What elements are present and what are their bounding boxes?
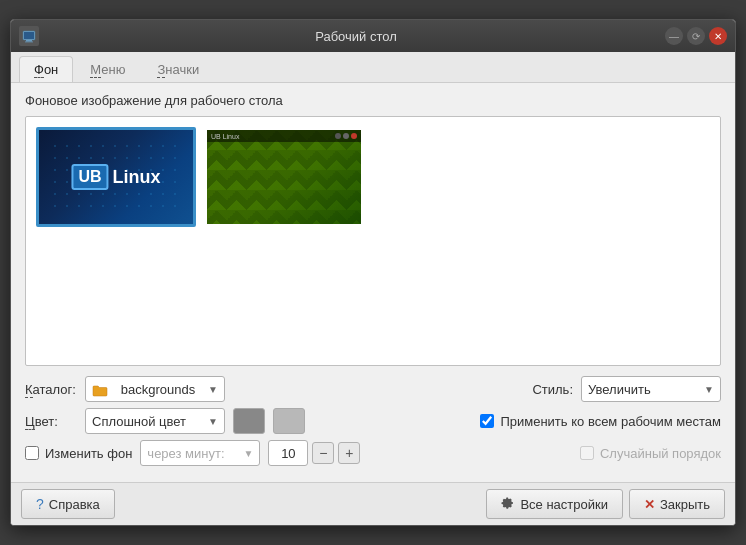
catalog-select[interactable]: backgrounds ▼ — [85, 376, 225, 402]
thumb2-topbar-text: UB Linux — [211, 133, 239, 140]
close-window-button[interactable]: ✕ — [709, 27, 727, 45]
all-settings-label: Все настройки — [520, 497, 608, 512]
color-row: Цвет: Сплошной цвет ▼ Применить ко всем … — [25, 408, 721, 434]
window-icon — [19, 26, 39, 46]
thumbnails-area: UB Linux UB Linux — [25, 116, 721, 366]
through-min-value: через минут: — [147, 446, 224, 461]
svg-rect-2 — [26, 40, 32, 42]
catalog-value: backgrounds — [121, 382, 195, 397]
tab-menu-label: Меню — [90, 62, 125, 78]
close-button[interactable]: ✕ Закрыть — [629, 489, 725, 519]
style-select[interactable]: Увеличить ▼ — [581, 376, 721, 402]
main-window: Рабочий стол — ⟳ ✕ Фон Меню Значки Фонов… — [10, 19, 736, 526]
through-min-select[interactable]: через минут: ▼ — [140, 440, 260, 466]
color-label: Цвет: — [25, 414, 77, 429]
svg-rect-1 — [24, 32, 34, 39]
close-label: Закрыть — [660, 497, 710, 512]
all-settings-button[interactable]: Все настройки — [486, 489, 623, 519]
apply-all-row: Применить ко всем рабочим местам — [480, 414, 721, 429]
style-label: Стиль: — [532, 382, 573, 397]
titlebar: Рабочий стол — ⟳ ✕ — [11, 20, 735, 52]
catalog-folder-icon — [92, 381, 112, 396]
tab-icons-label: Значки — [157, 62, 199, 78]
thumb1-logo-box: UB — [71, 164, 108, 190]
main-content: Фоновое изображение для рабочего стола U… — [11, 83, 735, 482]
thumbnail-ublinux[interactable]: UB Linux — [36, 127, 196, 227]
dot1 — [335, 133, 341, 139]
dot3 — [351, 133, 357, 139]
catalog-arrow-icon: ▼ — [208, 384, 218, 395]
thumbnail-green[interactable]: UB Linux — [204, 127, 364, 227]
changbg-row: Изменить фон через минут: ▼ 10 − + Случа… — [25, 440, 721, 466]
random-order-checkbox[interactable] — [580, 446, 594, 460]
thumb1-logo: UB Linux — [71, 164, 160, 190]
help-label: Справка — [49, 497, 100, 512]
minutes-input[interactable]: 10 — [268, 440, 308, 466]
color-value: Сплошной цвет — [92, 414, 186, 429]
thumb1-bg: UB Linux — [39, 130, 193, 224]
catalog-row: Каталог: backgrounds ▼ Стиль: Увеличить … — [25, 376, 721, 402]
apply-all-label: Применить ко всем рабочим местам — [500, 414, 721, 429]
change-bg-label: Изменить фон — [45, 446, 132, 461]
settings-icon — [501, 496, 515, 513]
restore-button[interactable]: ⟳ — [687, 27, 705, 45]
close-icon: ✕ — [644, 497, 655, 512]
tab-menu[interactable]: Меню — [75, 56, 140, 82]
apply-all-controls: Применить ко всем рабочим местам — [480, 414, 721, 429]
minutes-decrement-button[interactable]: − — [312, 442, 334, 464]
apply-all-checkbox[interactable] — [480, 414, 494, 428]
color-select[interactable]: Сплошной цвет ▼ — [85, 408, 225, 434]
minutes-spinner: 10 − + — [268, 440, 360, 466]
window-controls: — ⟳ ✕ — [665, 27, 727, 45]
change-bg-checkbox[interactable] — [25, 446, 39, 460]
random-order-label: Случайный порядок — [600, 446, 721, 461]
style-arrow-icon: ▼ — [704, 384, 714, 395]
help-button[interactable]: ? Справка — [21, 489, 115, 519]
random-controls: Случайный порядок — [580, 446, 721, 461]
thumb2-topbar: UB Linux — [207, 130, 361, 142]
thumb2-overlay — [207, 130, 361, 224]
style-controls: Стиль: Увеличить ▼ — [532, 376, 721, 402]
thumb2-bg: UB Linux — [207, 130, 361, 224]
color-arrow-icon: ▼ — [208, 416, 218, 427]
minimize-button[interactable]: — — [665, 27, 683, 45]
change-bg-row: Изменить фон — [25, 446, 132, 461]
svg-rect-3 — [25, 42, 33, 43]
footer: ? Справка Все настройки ✕ Закрыть — [11, 482, 735, 525]
section-title: Фоновое изображение для рабочего стола — [25, 93, 721, 108]
color-swatch-light[interactable] — [273, 408, 305, 434]
minutes-increment-button[interactable]: + — [338, 442, 360, 464]
question-icon: ? — [36, 496, 44, 512]
tab-background-label: Фон — [34, 62, 58, 78]
tabs-bar: Фон Меню Значки — [11, 52, 735, 83]
color-swatch-dark[interactable] — [233, 408, 265, 434]
tab-background[interactable]: Фон — [19, 56, 73, 82]
style-value: Увеличить — [588, 382, 651, 397]
thumb2-topbar-dots — [335, 133, 357, 139]
random-order-row: Случайный порядок — [580, 446, 721, 461]
tab-icons[interactable]: Значки — [142, 56, 214, 82]
catalog-label: Каталог: — [25, 382, 77, 397]
dot2 — [343, 133, 349, 139]
through-min-arrow-icon: ▼ — [243, 448, 253, 459]
window-title: Рабочий стол — [47, 29, 665, 44]
